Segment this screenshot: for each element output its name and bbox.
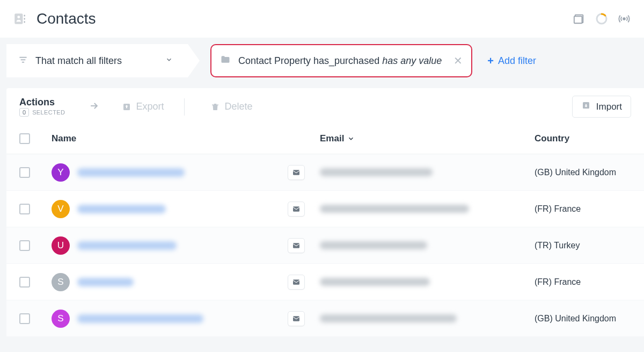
svg-rect-0 xyxy=(14,13,23,24)
cell-country: (GB) United Kingdom xyxy=(535,314,631,324)
contact-name-redacted xyxy=(77,314,203,323)
contact-email-redacted xyxy=(320,205,469,213)
svg-point-4 xyxy=(17,16,20,18)
cell-country: (TR) Turkey xyxy=(535,241,631,250)
col-email-label: Email xyxy=(320,133,344,144)
contact-email-redacted xyxy=(320,241,427,249)
contact-email-redacted xyxy=(320,168,433,176)
cell-name: V xyxy=(52,200,288,218)
import-label: Import xyxy=(596,102,622,112)
contacts-table: Name Email Country Y (GB) United Kingdom… xyxy=(6,123,644,337)
table-row[interactable]: V (FR) France xyxy=(6,191,644,227)
filter-chip-text: Contact Property has_purchased has any v… xyxy=(238,55,442,67)
cell-name: S xyxy=(52,310,288,328)
filter-chip-value: has any value xyxy=(382,55,442,66)
broadcast-icon[interactable] xyxy=(617,12,631,26)
table-row[interactable]: U (TR) Turkey xyxy=(6,227,644,264)
import-icon xyxy=(581,100,591,113)
sync-icon[interactable] xyxy=(595,12,609,26)
row-checkbox[interactable] xyxy=(19,313,30,324)
add-filter-button[interactable]: + Add filter xyxy=(487,55,536,67)
svg-rect-2 xyxy=(24,18,25,19)
avatar: V xyxy=(52,200,70,218)
delete-label: Delete xyxy=(224,101,252,112)
arrow-right-icon xyxy=(89,100,99,113)
chevron-down-icon xyxy=(165,56,173,66)
actions-title: Actions xyxy=(19,97,65,108)
cell-name: S xyxy=(52,273,288,291)
avatar: S xyxy=(52,310,70,328)
svg-rect-10 xyxy=(21,59,26,60)
selected-label: SELECTED xyxy=(32,109,65,116)
export-button[interactable]: Export xyxy=(122,101,164,112)
filter-chip-prefix: Contact Property has_purchased xyxy=(238,55,382,66)
import-button[interactable]: Import xyxy=(572,96,631,118)
toolbar: Actions 0 SELECTED Export Delete Import xyxy=(6,88,644,123)
filter-bar: That match all filters Contact Property … xyxy=(0,38,644,84)
email-action-button[interactable] xyxy=(288,275,305,290)
view-icon[interactable] xyxy=(572,12,586,26)
table-row[interactable]: Y (GB) United Kingdom xyxy=(6,154,644,191)
svg-rect-14 xyxy=(293,170,299,175)
contact-name-redacted xyxy=(77,241,177,250)
svg-rect-18 xyxy=(293,316,299,321)
actions-block: Actions 0 SELECTED xyxy=(19,97,65,117)
row-checkbox[interactable] xyxy=(19,167,30,178)
row-checkbox[interactable] xyxy=(19,204,30,214)
contact-name-redacted xyxy=(77,205,166,213)
svg-rect-9 xyxy=(19,57,27,58)
filter-chip-remove[interactable]: ✕ xyxy=(453,54,463,67)
email-action-button[interactable] xyxy=(288,238,305,253)
row-checkbox[interactable] xyxy=(19,277,30,288)
folder-icon xyxy=(220,54,231,67)
email-action-button[interactable] xyxy=(288,311,305,326)
col-name[interactable]: Name xyxy=(52,133,288,144)
export-label: Export xyxy=(136,101,164,112)
cell-name: U xyxy=(52,236,288,255)
table-header: Name Email Country xyxy=(6,123,644,154)
svg-rect-1 xyxy=(24,15,25,16)
contacts-logo-icon xyxy=(13,12,27,26)
cell-country: (GB) United Kingdom xyxy=(535,168,631,177)
svg-rect-11 xyxy=(22,62,25,63)
svg-rect-17 xyxy=(293,279,299,284)
header-left: Contacts xyxy=(13,10,96,27)
cell-country: (FR) France xyxy=(535,204,631,214)
email-action-button[interactable] xyxy=(288,202,305,217)
content-panel: Actions 0 SELECTED Export Delete Import xyxy=(6,88,644,337)
table-row[interactable]: S (GB) United Kingdom xyxy=(6,300,644,337)
selected-count: 0 xyxy=(19,108,29,117)
email-action-button[interactable] xyxy=(288,165,305,180)
row-checkbox[interactable] xyxy=(19,240,30,251)
avatar: Y xyxy=(52,163,70,182)
cell-country: (FR) France xyxy=(535,277,631,287)
contact-email-redacted xyxy=(320,314,457,322)
svg-rect-15 xyxy=(293,206,299,211)
avatar: U xyxy=(52,236,70,255)
contact-name-redacted xyxy=(77,278,134,286)
cell-name: Y xyxy=(52,163,288,182)
select-all-checkbox[interactable] xyxy=(19,133,30,144)
svg-rect-16 xyxy=(293,243,299,248)
selection-summary: 0 SELECTED xyxy=(19,108,65,117)
svg-rect-3 xyxy=(24,21,25,23)
avatar: S xyxy=(52,273,70,291)
filter-funnel-icon xyxy=(18,55,28,67)
toolbar-divider xyxy=(184,98,185,116)
table-row[interactable]: S (FR) France xyxy=(6,264,644,300)
svg-point-8 xyxy=(623,18,625,20)
col-email[interactable]: Email xyxy=(320,133,535,144)
filter-match-label: That match all filters xyxy=(35,55,122,67)
svg-rect-6 xyxy=(574,16,582,23)
delete-button[interactable]: Delete xyxy=(210,101,252,112)
plus-icon: + xyxy=(487,55,494,67)
contact-name-redacted xyxy=(77,168,185,177)
filter-match-dropdown[interactable]: That match all filters xyxy=(6,44,200,77)
active-filter-chip[interactable]: Contact Property has_purchased has any v… xyxy=(210,44,472,77)
col-country[interactable]: Country xyxy=(535,133,631,144)
add-filter-label: Add filter xyxy=(498,55,536,67)
sort-desc-icon xyxy=(347,135,355,142)
page-header: Contacts xyxy=(0,0,644,38)
contact-email-redacted xyxy=(320,278,430,286)
page-title: Contacts xyxy=(36,10,96,27)
